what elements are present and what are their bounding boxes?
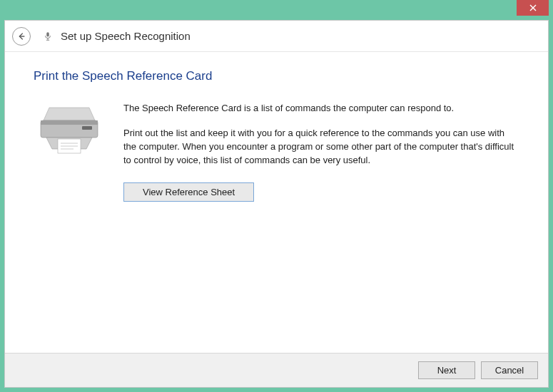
svg-rect-9 <box>82 126 92 130</box>
instruction-paragraph: Print out the list and keep it with you … <box>123 127 519 167</box>
cancel-button[interactable]: Cancel <box>481 361 538 379</box>
page-heading: Print the Speech Reference Card <box>34 69 519 83</box>
back-button[interactable] <box>12 27 31 46</box>
view-reference-sheet-button[interactable]: View Reference Sheet <box>123 182 254 202</box>
window-title: Set up Speech Recognition <box>61 30 191 42</box>
content-area: Print the Speech Reference Card <box>5 52 548 353</box>
intro-paragraph: The Speech Reference Card is a list of c… <box>123 102 519 115</box>
close-button[interactable] <box>517 0 549 16</box>
microphone-icon <box>42 31 54 42</box>
svg-rect-3 <box>46 32 49 36</box>
svg-rect-8 <box>41 120 98 125</box>
wizard-window: Set up Speech Recognition Print the Spee… <box>4 20 549 388</box>
printer-icon <box>34 102 105 202</box>
footer: Next Cancel <box>5 353 548 387</box>
back-arrow-icon <box>16 31 26 41</box>
next-button[interactable]: Next <box>418 361 475 379</box>
close-icon <box>529 4 537 11</box>
header: Set up Speech Recognition <box>5 21 548 52</box>
svg-marker-6 <box>44 108 95 120</box>
